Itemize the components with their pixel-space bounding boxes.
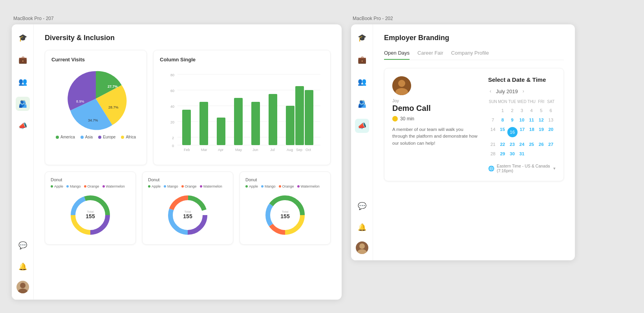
donut-legend-watermelon-3: Watermelon: [297, 184, 320, 188]
cal-cell-18[interactable]: 18: [527, 125, 536, 139]
cal-cell-1[interactable]: 1: [498, 106, 508, 115]
window1-wrapper: MacBook Pro - 207 🎓 💼 👥 🫂 📣 💬 🔔 Diversit…: [12, 16, 342, 300]
clock-icon: [392, 116, 398, 122]
prev-month-arrow[interactable]: ‹: [488, 88, 493, 95]
svg-rect-24: [286, 106, 295, 145]
sidebar2-megaphone-icon[interactable]: 📣: [355, 119, 369, 133]
booking-calendar: Select a Date & Time ‹ July 2019 › SUN M…: [488, 76, 556, 173]
cal-cell-4[interactable]: 4: [527, 106, 536, 115]
cal-cell-21[interactable]: 21: [488, 140, 498, 149]
cal-cell-2[interactable]: 2: [507, 106, 517, 115]
sidebar2-people-icon[interactable]: 👥: [355, 75, 369, 89]
calendar-grid: SUN MON TUE WED THU FRI SAT 1 2: [488, 99, 556, 158]
cal-cell-6[interactable]: 6: [546, 106, 556, 115]
cal-cell-16[interactable]: 16: [507, 125, 518, 139]
donut-legend-apple-2: Apple: [148, 184, 161, 188]
cal-cell-15[interactable]: 15: [498, 125, 507, 139]
donut-card-1: Donut Apple Mango Orange Watermelon: [45, 171, 136, 245]
pie-svg: 27.7% 28.7% 34.7% 8.9%: [64, 67, 127, 130]
cal-cell-25[interactable]: 25: [527, 140, 536, 149]
svg-text:2: 2: [172, 136, 174, 140]
sidebar-chat-icon[interactable]: 💬: [16, 238, 30, 252]
cal-cell-12[interactable]: 12: [536, 116, 546, 124]
cal-week-5: 28 29 30 31: [488, 149, 556, 158]
donut-legend-watermelon-2: Watermelon: [200, 184, 222, 188]
sidebar-graduation-icon[interactable]: 🎓: [16, 31, 30, 45]
timezone-chevron[interactable]: ▾: [553, 166, 556, 171]
cal-cell-22[interactable]: 22: [498, 140, 508, 149]
window1-label: MacBook Pro - 207: [12, 16, 342, 21]
cal-cell-29[interactable]: 29: [498, 149, 508, 158]
legend-asia: Asia: [80, 135, 93, 139]
cal-cell-10[interactable]: 10: [517, 116, 527, 124]
cal-cell-28[interactable]: 28: [488, 149, 498, 158]
donut-legend-1: Apple Mango Orange Watermelon: [51, 184, 130, 188]
donut-legend-orange-3: Orange: [279, 184, 294, 188]
svg-text:0: 0: [172, 144, 174, 148]
donut-title-1: Donut: [51, 177, 130, 182]
cal-week-1: 1 2 3 4 5 6: [488, 106, 556, 115]
cal-cell-23[interactable]: 23: [507, 140, 517, 149]
cal-cell-14[interactable]: 14: [488, 125, 498, 139]
sidebar2-avatar-icon[interactable]: [356, 241, 368, 254]
svg-text:Oct: Oct: [306, 148, 311, 152]
bar-chart-title: Column Single: [160, 57, 324, 63]
cal-cell-5[interactable]: 5: [536, 106, 546, 115]
sidebar2-chat-icon[interactable]: 💬: [355, 199, 369, 213]
cal-header-fri: FRI: [536, 99, 546, 105]
cal-cell-16-selected[interactable]: 16: [507, 127, 518, 137]
window2-label: MacBook Pro - 202: [351, 16, 575, 21]
donut-legend-orange-2: Orange: [181, 184, 197, 188]
cal-cell-13[interactable]: 13: [546, 116, 556, 124]
cal-cell-8[interactable]: 8: [498, 116, 508, 124]
booking-duration: 30 min: [392, 116, 479, 122]
bar-chart-card: Column Single 80 60 40 20 2 0: [153, 50, 331, 165]
tab-career-fair[interactable]: Career Fair: [417, 50, 443, 60]
sidebar2-graduation-icon[interactable]: 🎓: [355, 31, 369, 45]
month-nav: ‹ July 2019 ›: [488, 88, 556, 95]
cal-cell-24[interactable]: 24: [517, 140, 527, 149]
svg-text:Feb: Feb: [184, 148, 190, 152]
bottom-charts-row: Donut Apple Mango Orange Watermelon: [45, 171, 331, 245]
cal-cell-19[interactable]: 19: [536, 125, 546, 139]
cal-cell-3[interactable]: 3: [517, 106, 527, 115]
booking-desc: A member of our team will walk you throu…: [392, 126, 479, 147]
cal-cell-30[interactable]: 30: [507, 149, 517, 158]
svg-text:Apr: Apr: [218, 148, 223, 152]
cal-cell-26[interactable]: 26: [536, 140, 546, 149]
sidebar-megaphone-icon[interactable]: 📣: [16, 119, 30, 133]
booking-card: Joy Demo Call 30 min A member of our tea…: [384, 68, 564, 181]
window2-sidebar: 🎓 💼 👥 🫂 📣 💬 🔔: [351, 24, 373, 260]
cal-cell-9[interactable]: 9: [507, 116, 517, 124]
sidebar-briefcase-icon[interactable]: 💼: [16, 53, 30, 67]
cal-cell-7[interactable]: 7: [488, 116, 498, 124]
svg-rect-25: [295, 86, 304, 145]
sidebar2-diversity-icon[interactable]: 🫂: [355, 97, 369, 111]
svg-point-57: [398, 80, 405, 87]
sidebar2-briefcase-icon[interactable]: 💼: [355, 53, 369, 67]
svg-text:155: 155: [280, 213, 290, 219]
page-title-2: Employer Branding: [384, 34, 564, 42]
sidebar-avatar-icon[interactable]: [16, 281, 29, 293]
legend-america: America: [56, 135, 75, 139]
sidebar-people-icon[interactable]: 👥: [16, 75, 30, 89]
tab-company-profile[interactable]: Company Profile: [451, 50, 489, 60]
tab-open-days[interactable]: Open Days: [384, 50, 410, 60]
window1: 🎓 💼 👥 🫂 📣 💬 🔔 Diversity & Inclusion Curr…: [12, 24, 342, 300]
cal-header-thu: THU: [527, 99, 536, 105]
svg-text:27.7%: 27.7%: [108, 85, 118, 88]
next-month-arrow[interactable]: ›: [521, 88, 526, 95]
cal-cell-empty-3: [536, 149, 546, 158]
cal-cell-11[interactable]: 11: [527, 116, 536, 124]
svg-text:155: 155: [86, 213, 95, 219]
sidebar2-bell-icon[interactable]: 🔔: [355, 220, 369, 234]
cal-cell-31[interactable]: 31: [517, 149, 527, 158]
sidebar-bell-icon[interactable]: 🔔: [16, 260, 30, 274]
svg-text:8.9%: 8.9%: [76, 99, 84, 103]
cal-cell-20[interactable]: 20: [546, 125, 556, 139]
donut-legend-apple-1: Apple: [51, 184, 63, 188]
cal-cell-27[interactable]: 27: [546, 140, 556, 149]
svg-text:28.7%: 28.7%: [108, 105, 119, 109]
sidebar-diversity-icon[interactable]: 🫂: [16, 97, 30, 111]
cal-cell-17[interactable]: 17: [518, 125, 527, 139]
